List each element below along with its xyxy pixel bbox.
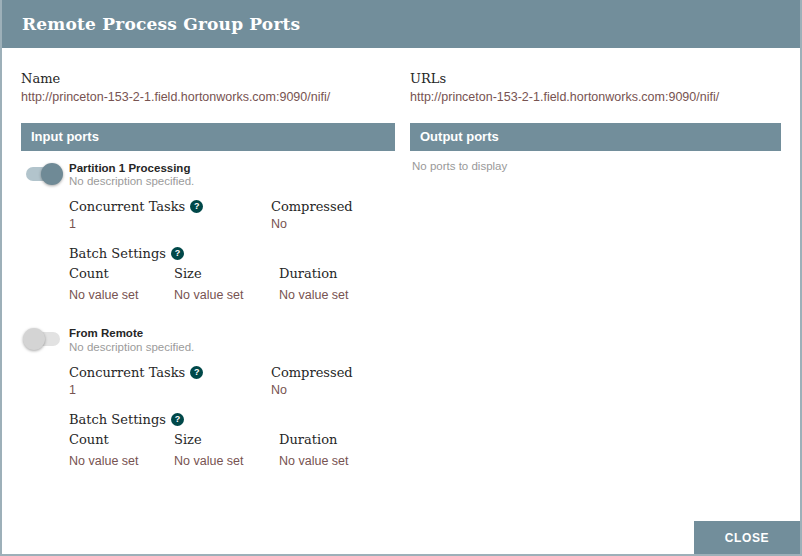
port-enabled-toggle[interactable] xyxy=(26,332,60,346)
port-description: No description specified. xyxy=(69,341,395,355)
info-row: Name http://princeton-153-2-1.field.hort… xyxy=(21,71,781,106)
toggle-knob xyxy=(41,163,63,185)
port-toggle-column xyxy=(21,327,69,469)
batch-duration-value: No value set xyxy=(279,454,395,470)
batch-settings-label: Batch Settings xyxy=(69,412,166,427)
help-icon[interactable]: ? xyxy=(190,200,203,213)
batch-settings-label: Batch Settings xyxy=(69,246,166,261)
port-name: From Remote xyxy=(69,327,395,341)
toggle-knob xyxy=(23,328,45,350)
input-ports-panel: Input ports Partition 1 Processing No de… xyxy=(21,123,395,470)
batch-settings-grid: Count Size Duration No value set No valu… xyxy=(69,432,395,470)
batch-size-label: Size xyxy=(174,432,279,447)
batch-count-label: Count xyxy=(69,432,174,447)
urls-value: http://princeton-153-2-1.field.hortonwor… xyxy=(410,90,781,106)
port-settings-row: Concurrent Tasks ? 1 Compressed No xyxy=(69,365,395,399)
compressed-label: Compressed xyxy=(271,365,353,380)
name-value: http://princeton-153-2-1.field.hortonwor… xyxy=(21,90,395,106)
compressed-setting: Compressed No xyxy=(271,365,395,399)
name-label: Name xyxy=(21,71,395,86)
port-name: Partition 1 Processing xyxy=(69,162,395,176)
concurrent-tasks-setting: Concurrent Tasks ? 1 xyxy=(69,199,271,233)
urls-field: URLs http://princeton-153-2-1.field.hort… xyxy=(410,71,781,106)
dialog-body: Name http://princeton-153-2-1.field.hort… xyxy=(2,48,800,469)
port-details: Partition 1 Processing No description sp… xyxy=(69,162,395,304)
help-icon[interactable]: ? xyxy=(190,366,203,379)
concurrent-tasks-value: 1 xyxy=(69,383,271,399)
close-button[interactable]: CLOSE xyxy=(694,521,800,554)
output-ports-empty-message: No ports to display xyxy=(410,151,781,172)
batch-count-value: No value set xyxy=(69,288,174,304)
port-description: No description specified. xyxy=(69,175,395,189)
dialog-header: Remote Process Group Ports xyxy=(2,0,800,48)
input-port-row-from-remote: From Remote No description specified. Co… xyxy=(21,303,395,469)
ports-panels: Input ports Partition 1 Processing No de… xyxy=(21,123,781,470)
batch-settings-grid: Count Size Duration No value set No valu… xyxy=(69,266,395,304)
concurrent-tasks-label: Concurrent Tasks xyxy=(69,365,185,380)
compressed-label: Compressed xyxy=(271,199,353,214)
batch-settings-heading: Batch Settings ? xyxy=(69,412,395,427)
batch-size-value: No value set xyxy=(174,454,279,470)
remote-process-group-ports-dialog: Remote Process Group Ports Name http://p… xyxy=(0,0,802,556)
port-details: From Remote No description specified. Co… xyxy=(69,327,395,469)
concurrent-tasks-value: 1 xyxy=(69,217,271,233)
compressed-value: No xyxy=(271,383,395,399)
output-ports-panel: Output ports No ports to display xyxy=(410,123,781,470)
batch-settings-heading: Batch Settings ? xyxy=(69,246,395,261)
compressed-value: No xyxy=(271,217,395,233)
output-ports-header: Output ports xyxy=(410,123,781,151)
batch-count-value: No value set xyxy=(69,454,174,470)
help-icon[interactable]: ? xyxy=(171,247,184,260)
input-port-row-partition-1-processing: Partition 1 Processing No description sp… xyxy=(21,151,395,304)
batch-size-value: No value set xyxy=(174,288,279,304)
compressed-setting: Compressed No xyxy=(271,199,395,233)
batch-duration-label: Duration xyxy=(279,266,395,281)
urls-label: URLs xyxy=(410,71,781,86)
port-enabled-toggle[interactable] xyxy=(26,167,60,181)
port-settings-row: Concurrent Tasks ? 1 Compressed No xyxy=(69,199,395,233)
concurrent-tasks-label: Concurrent Tasks xyxy=(69,199,185,214)
help-icon[interactable]: ? xyxy=(171,413,184,426)
batch-count-label: Count xyxy=(69,266,174,281)
batch-size-label: Size xyxy=(174,266,279,281)
batch-duration-value: No value set xyxy=(279,288,395,304)
dialog-title: Remote Process Group Ports xyxy=(22,14,300,34)
batch-duration-label: Duration xyxy=(279,432,395,447)
input-ports-header: Input ports xyxy=(21,123,395,151)
port-toggle-column xyxy=(21,162,69,304)
concurrent-tasks-setting: Concurrent Tasks ? 1 xyxy=(69,365,271,399)
name-field: Name http://princeton-153-2-1.field.hort… xyxy=(21,71,395,106)
